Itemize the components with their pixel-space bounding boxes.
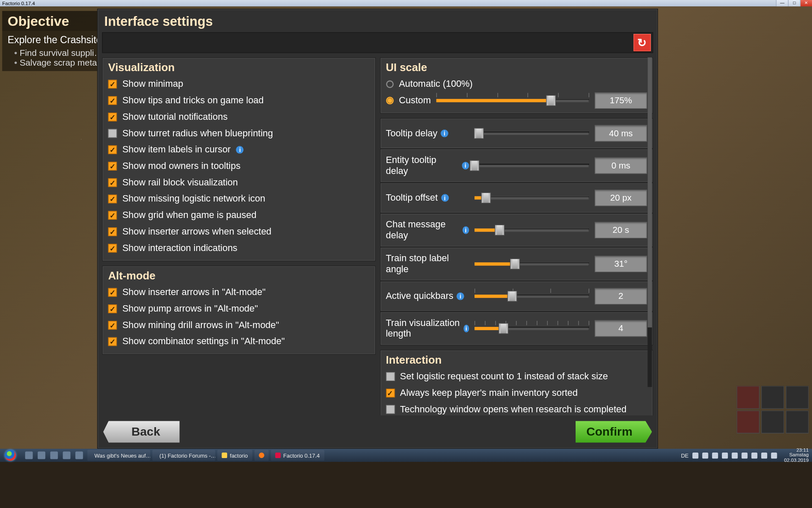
pinned-app-icon[interactable] xyxy=(75,452,83,459)
altmode-checkbox[interactable] xyxy=(108,337,117,346)
info-icon[interactable]: i xyxy=(441,194,449,202)
visualization-checkbox[interactable] xyxy=(108,244,117,253)
taskbar-task[interactable]: Factorio 0.17.4 xyxy=(271,450,324,461)
value-slider[interactable] xyxy=(475,159,589,172)
tray-icon[interactable] xyxy=(732,452,738,458)
info-icon[interactable]: i xyxy=(464,325,469,332)
tray-icon[interactable] xyxy=(761,452,767,458)
reset-button[interactable]: ↻ xyxy=(634,34,651,51)
slider-panel: Tooltip delayi40 ms xyxy=(380,118,653,149)
back-button[interactable]: Back xyxy=(103,421,180,443)
interaction-checkbox[interactable] xyxy=(386,372,395,381)
taskbar[interactable]: Was gibt's Neues auf…(1) Factorio Forums… xyxy=(0,449,812,462)
tray-icon[interactable] xyxy=(741,452,747,458)
scrollbar-thumb[interactable] xyxy=(647,58,652,328)
quickbar-slot[interactable] xyxy=(737,411,760,433)
visualization-label: Show interaction indications xyxy=(122,243,237,254)
ui-scale-value[interactable]: 175% xyxy=(595,92,647,109)
visualization-checkbox[interactable] xyxy=(108,211,117,220)
settings-scrollbar[interactable] xyxy=(647,58,652,387)
pinned-app-icon[interactable] xyxy=(25,452,33,459)
quickbar-slot[interactable] xyxy=(761,411,784,433)
visualization-checkbox[interactable] xyxy=(108,195,117,204)
pinned-app-icon[interactable] xyxy=(63,452,70,459)
visualization-checkbox[interactable] xyxy=(108,162,117,171)
quickbar-slot[interactable] xyxy=(786,411,809,433)
settings-title: Interface settings xyxy=(98,9,657,32)
language-indicator[interactable]: DE xyxy=(681,452,689,458)
info-icon[interactable]: i xyxy=(462,226,469,234)
value-slider[interactable] xyxy=(475,191,589,204)
interaction-label: Technology window opens when research is… xyxy=(400,404,627,415)
interaction-row: Technology window opens when research is… xyxy=(386,401,647,416)
visualization-label: Show item labels in cursor xyxy=(122,144,230,155)
visualization-checkbox[interactable] xyxy=(108,96,117,105)
altmode-panel: Alt-mode Show inserter arrows in "Alt-mo… xyxy=(102,266,375,355)
altmode-row: Show mining drill arrows in "Alt-mode" xyxy=(108,317,370,334)
visualization-checkbox[interactable] xyxy=(108,80,117,89)
window-minimize-button[interactable]: — xyxy=(776,0,788,6)
altmode-checkbox[interactable] xyxy=(108,304,117,313)
tray-icon[interactable] xyxy=(692,452,698,458)
settings-left-column: Visualization Show minimapShow tips and … xyxy=(102,58,375,416)
quickbar-slot[interactable] xyxy=(786,386,809,409)
value-slider[interactable] xyxy=(475,290,589,303)
pinned-app-icon[interactable] xyxy=(38,452,45,459)
slider-value[interactable]: 4 xyxy=(595,320,647,337)
visualization-checkbox[interactable] xyxy=(108,178,117,187)
tray-icon[interactable] xyxy=(712,452,718,458)
window-maximize-button[interactable]: □ xyxy=(788,0,800,6)
tray-icon[interactable] xyxy=(722,452,728,458)
visualization-label: Show rail block visualization xyxy=(122,177,238,188)
altmode-checkbox[interactable] xyxy=(108,321,117,330)
altmode-label: Show inserter arrows in "Alt-mode" xyxy=(122,287,266,298)
slider-value[interactable]: 20 s xyxy=(595,222,647,238)
quickbar-slot[interactable] xyxy=(737,386,760,409)
taskbar-task[interactable]: (1) Factorio Forums -… xyxy=(152,450,215,461)
quickbar-slot[interactable] xyxy=(761,386,784,409)
visualization-heading: Visualization xyxy=(108,61,370,74)
info-icon[interactable]: i xyxy=(236,146,244,154)
slider-value[interactable]: 0 ms xyxy=(595,157,647,174)
system-tray: DE 23:11 Samstag 02.03.2019 xyxy=(681,447,812,463)
altmode-checkbox[interactable] xyxy=(108,288,117,297)
visualization-checkbox[interactable] xyxy=(108,145,117,154)
factorio-icon xyxy=(275,453,280,458)
slider-value[interactable]: 20 px xyxy=(595,190,647,206)
settings-footer: Back Confirm xyxy=(98,420,657,448)
value-slider[interactable] xyxy=(475,127,589,140)
objective-item: Salvage scrap meta… xyxy=(14,58,106,68)
tray-icon[interactable] xyxy=(752,452,757,458)
pinned-app-icon[interactable] xyxy=(50,452,58,459)
slider-value[interactable]: 31° xyxy=(595,256,647,272)
slider-value[interactable]: 2 xyxy=(595,288,647,304)
visualization-checkbox[interactable] xyxy=(108,227,117,236)
visualization-row: Show minimap xyxy=(108,76,370,92)
taskbar-task[interactable] xyxy=(254,450,269,461)
ui-scale-custom-radio[interactable] xyxy=(386,97,393,105)
window-close-button[interactable]: ✕ xyxy=(800,0,812,6)
ff-icon xyxy=(259,453,264,458)
value-slider[interactable] xyxy=(475,322,589,335)
visualization-checkbox[interactable] xyxy=(108,129,117,138)
value-slider[interactable] xyxy=(475,224,589,237)
info-icon[interactable]: i xyxy=(441,130,448,137)
taskbar-clock[interactable]: 23:11 Samstag 02.03.2019 xyxy=(781,447,809,463)
taskbar-task[interactable]: Was gibt's Neues auf… xyxy=(88,450,150,461)
interaction-checkbox[interactable] xyxy=(386,389,395,398)
tray-icon[interactable] xyxy=(702,452,708,458)
ui-scale-auto-radio[interactable] xyxy=(386,80,393,88)
visualization-checkbox[interactable] xyxy=(108,113,117,121)
task-label: (1) Factorio Forums -… xyxy=(159,452,215,458)
confirm-button[interactable]: Confirm xyxy=(576,421,652,443)
slider-value[interactable]: 40 ms xyxy=(595,125,647,142)
ui-scale-slider[interactable] xyxy=(436,94,589,107)
tray-icon[interactable] xyxy=(771,452,777,458)
taskbar-task[interactable]: factorio xyxy=(217,450,252,461)
visualization-row: Show inserter arrows when selected xyxy=(108,224,370,240)
value-slider[interactable] xyxy=(475,257,589,271)
info-icon[interactable]: i xyxy=(462,162,469,169)
start-button[interactable] xyxy=(0,449,21,462)
interaction-checkbox[interactable] xyxy=(386,405,395,414)
info-icon[interactable]: i xyxy=(457,293,464,300)
